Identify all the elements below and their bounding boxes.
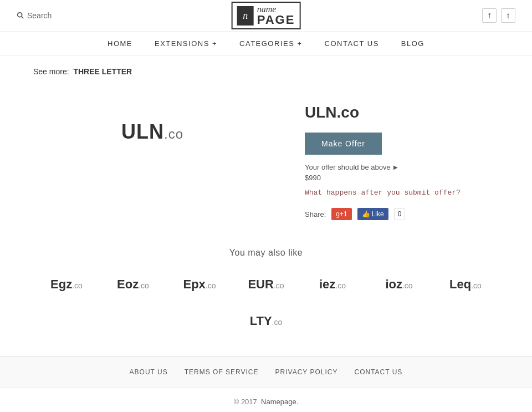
domain-card[interactable]: EUR.co (238, 272, 294, 297)
product-image-area: ULN.co (33, 98, 272, 166)
also-like-grid: Egz.coEoz.coEpx.coEUR.coiez.coioz.coLeq.… (33, 272, 499, 334)
share-label: Share: (305, 210, 326, 218)
offer-hint: Your offer should be above ▶ (305, 163, 499, 171)
footer-copyright: © 2017 Namepage. (0, 388, 532, 412)
domain-card[interactable]: ioz.co (371, 272, 427, 297)
svg-line-1 (22, 17, 23, 18)
header: Search n name PAGE f t (0, 0, 532, 32)
search-label: Search (27, 11, 52, 20)
facebook-count: 0 (394, 208, 406, 220)
domain-card[interactable]: Leq.co (438, 272, 493, 297)
social-icons: f t (482, 8, 515, 23)
product-display-name: ULN.co (121, 120, 183, 144)
nav-home[interactable]: HOME (108, 39, 132, 48)
domain-card[interactable]: Epx.co (172, 272, 227, 297)
arrow-icon: ▶ (393, 164, 398, 170)
footer-privacy[interactable]: PRIVACY POLICY (275, 368, 338, 376)
breadcrumb-link[interactable]: THREE LETTER (73, 67, 132, 76)
nav-blog[interactable]: BLOG (401, 39, 424, 48)
footer-terms[interactable]: TERMS OF SERVICE (185, 368, 259, 376)
domain-card[interactable]: iez.co (305, 272, 360, 297)
thumbs-up-icon: 👍 (362, 210, 370, 218)
logo-icon: n (237, 6, 254, 26)
main-content: ULN.co ULN.co Make Offer Your offer shou… (0, 87, 532, 242)
search-area[interactable]: Search (17, 11, 52, 20)
search-icon (17, 12, 24, 19)
twitter-icon[interactable]: t (501, 8, 515, 23)
product-info: ULN.co Make Offer Your offer should be a… (305, 98, 499, 220)
make-offer-button[interactable]: Make Offer (305, 133, 382, 155)
main-nav: HOME EXTENSIONS + CATEGORIES + CONTACT U… (0, 32, 532, 56)
footer-links: ABOUT US TERMS OF SERVICE PRIVACY POLICY… (0, 357, 532, 388)
facebook-icon[interactable]: f (482, 8, 497, 23)
logo[interactable]: n name PAGE (232, 2, 301, 29)
share-row: Share: g+1 👍 Like 0 (305, 208, 499, 220)
footer-about[interactable]: ABOUT US (130, 368, 168, 376)
also-like-title: You may also like (33, 248, 499, 258)
nav-categories[interactable]: CATEGORIES + (239, 39, 302, 48)
nav-contact[interactable]: CONTACT US (325, 39, 379, 48)
product-title: ULN.co (305, 104, 499, 121)
nav-extensions[interactable]: EXTENSIONS + (155, 39, 217, 48)
footer-contact[interactable]: CONTACT US (354, 368, 402, 376)
breadcrumb-prefix: See more: (33, 67, 69, 76)
svg-point-0 (18, 13, 22, 17)
logo-text: name PAGE (257, 5, 295, 26)
domain-card[interactable]: Eoz.co (105, 272, 161, 297)
offer-price: $990 (305, 174, 499, 182)
breadcrumb: See more: THREE LETTER (0, 56, 532, 87)
also-like-section: You may also like Egz.coEoz.coEpx.coEUR.… (0, 242, 532, 356)
domain-card[interactable]: Egz.co (39, 272, 94, 297)
google-plus-button[interactable]: g+1 (331, 208, 351, 220)
what-happens-link[interactable]: What happens after you submit offer? (305, 189, 499, 197)
domain-card[interactable]: LTY.co (238, 308, 294, 334)
facebook-like-button[interactable]: 👍 Like (357, 208, 388, 220)
footer-brand-link[interactable]: Namepage. (261, 398, 298, 406)
